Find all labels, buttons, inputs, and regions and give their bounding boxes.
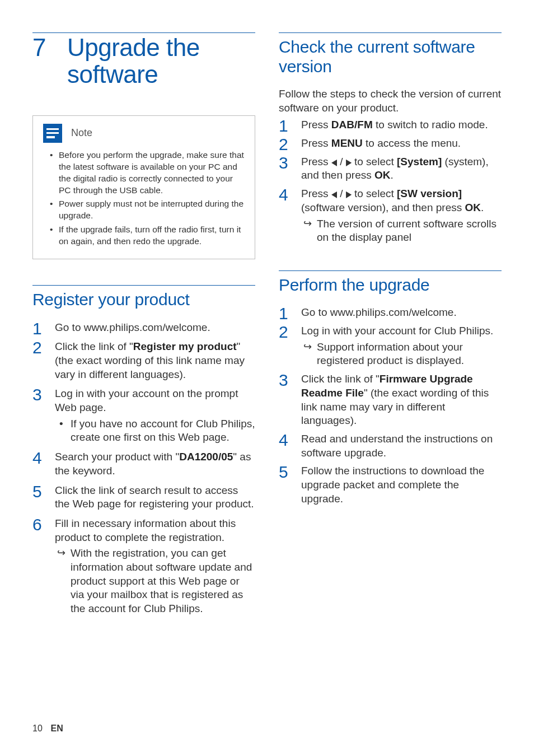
sub-arrow: With the registration, you can get infor… [55, 547, 255, 615]
step-item: Press ◀ / ▶ to select [SW version] (soft… [279, 187, 502, 245]
step-item: Press MENU to access the menu. [279, 137, 502, 151]
chapter-title-line2: software [67, 60, 158, 88]
sub-arrow: Support information about your registere… [301, 340, 502, 368]
page-number: 10 [32, 724, 48, 734]
register-steps: Go to www.philips.com/welcome. Click the… [32, 321, 255, 616]
step-item: Go to www.philips.com/welcome. [32, 321, 255, 335]
section-rule [279, 32, 502, 33]
note-box: Note Before you perform the upgrade, mak… [32, 115, 255, 259]
triangle-left-icon: ◀ [331, 189, 337, 200]
sub-arrow: The version of current software scrolls … [301, 217, 502, 245]
section-perform-heading: Perform the upgrade [279, 276, 502, 295]
triangle-right-icon: ▶ [346, 189, 352, 200]
step-item: Press DAB/FM to switch to radio mode. [279, 118, 502, 132]
section-check-heading: Check the current software version [279, 38, 502, 76]
chapter-top-rule [32, 32, 255, 33]
chapter-title: 7Upgrade thesoftware [32, 34, 255, 88]
check-intro: Follow the steps to check the version of… [279, 87, 502, 115]
step-item: Search your product with "DA1200/05" as … [32, 450, 255, 478]
step-item: Log in with your account on the prompt W… [32, 387, 255, 445]
triangle-left-icon: ◀ [331, 157, 337, 168]
step-item: Press ◀ / ▶ to select [System] (system),… [279, 155, 502, 183]
chapter-number: 7 [32, 34, 67, 61]
perform-steps: Go to www.philips.com/welcome. Log in wi… [279, 306, 502, 506]
note-icon [43, 124, 62, 143]
check-steps: Press DAB/FM to switch to radio mode. Pr… [279, 118, 502, 245]
page-lang: EN [50, 724, 63, 733]
step-item: Log in with your account for Club Philip… [279, 324, 502, 368]
step-item: Follow the instructions to download the … [279, 464, 502, 506]
note-label: Note [71, 127, 92, 139]
chapter-title-line1: Upgrade the [67, 34, 200, 61]
step-item: Click the link of "Firmware Upgrade Read… [279, 372, 502, 428]
step-item: Click the link of "Register my product" … [32, 340, 255, 381]
sub-bullet: If you have no account for Club Philips,… [55, 417, 255, 445]
step-item: Read and understand the instructions on … [279, 432, 502, 460]
note-list: Before you perform the upgrade, make sur… [43, 150, 245, 248]
page-footer: 10 EN [32, 724, 63, 734]
note-item: Before you perform the upgrade, make sur… [50, 150, 245, 197]
section-rule [279, 270, 502, 271]
triangle-right-icon: ▶ [346, 157, 352, 168]
step-item: Fill in necessary information about this… [32, 517, 255, 616]
note-item: Power supply must not be interrupted dur… [50, 198, 245, 222]
section-register-heading: Register your product [32, 290, 255, 310]
step-item: Go to www.philips.com/welcome. [279, 306, 502, 320]
step-item: Click the link of search result to acces… [32, 484, 255, 511]
note-item: If the upgrade fails, turn off the radio… [50, 224, 245, 248]
section-rule [32, 285, 255, 286]
